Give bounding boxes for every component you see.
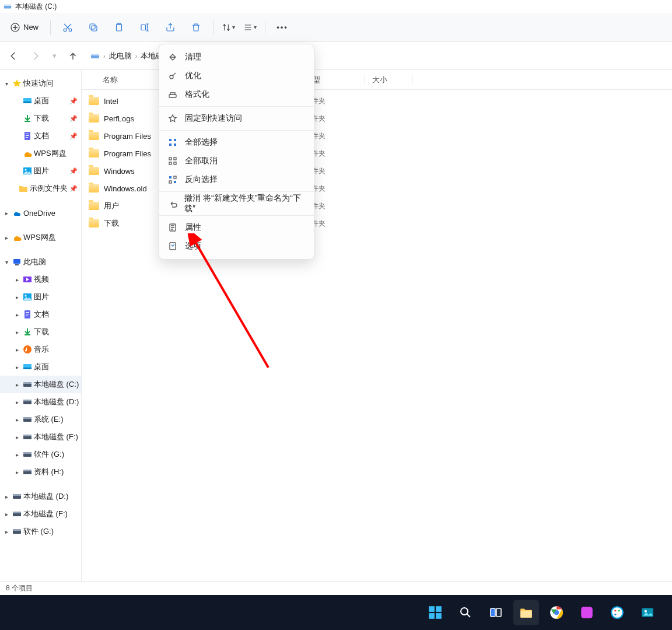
cut-button[interactable]	[57, 16, 79, 38]
taskbar-app[interactable]	[574, 600, 600, 625]
delete-button[interactable]	[185, 16, 207, 38]
sidebar-drive[interactable]: ▸本地磁盘 (D:)	[0, 488, 81, 505]
menu-item-optimize[interactable]: 优化	[159, 66, 314, 85]
sort-button[interactable]: ▾	[219, 16, 237, 38]
pic-icon	[23, 292, 32, 302]
menu-item-options[interactable]: 选项	[159, 237, 314, 256]
sidebar-pc-item[interactable]: ▸视频	[0, 271, 81, 288]
sidebar-pc-item[interactable]: ▸音乐	[0, 341, 81, 358]
sidebar-pc-item[interactable]: ▸本地磁盘 (D:)	[0, 393, 81, 411]
plus-icon	[10, 23, 20, 32]
svg-rect-50	[429, 606, 435, 612]
drive-icon	[23, 380, 32, 389]
sidebar-pc-item[interactable]: ▸文档	[0, 306, 81, 323]
back-button[interactable]	[5, 47, 22, 65]
sidebar-onedrive[interactable]: ▸OneDrive	[0, 204, 81, 222]
menu-item-pin[interactable]: 固定到快速访问	[159, 109, 314, 128]
sidebar-pc-item[interactable]: ▸资料 (H:)	[0, 463, 81, 481]
sidebar-pc-item[interactable]: ▸本地磁盘 (F:)	[0, 428, 81, 446]
drive-icon	[12, 509, 22, 519]
svg-rect-17	[26, 137, 28, 138]
window-title: 本地磁盘 (C:)	[15, 2, 57, 12]
sidebar-quick-item[interactable]: ▸WPS网盘	[0, 145, 81, 162]
address-bar[interactable]: › 此电脑 › 本地磁	[86, 48, 167, 64]
sidebar-quick-access[interactable]: ▾快速访问	[0, 75, 81, 92]
sidebar-this-pc[interactable]: ▾此电脑	[0, 253, 81, 271]
clean-icon	[167, 52, 178, 62]
share-button[interactable]	[159, 16, 181, 38]
sidebar-quick-item[interactable]: ▸图片📌	[0, 162, 81, 180]
svg-rect-72	[174, 144, 176, 146]
taskbar	[0, 595, 672, 630]
svg-rect-16	[26, 135, 29, 136]
svg-rect-33	[23, 382, 32, 384]
menu-item-undo[interactable]: 撤消 将“新建文件夹”重命名为“下载”	[159, 194, 314, 213]
selectall-icon	[167, 137, 178, 148]
taskbar-search[interactable]	[453, 600, 478, 625]
sidebar-pc-item[interactable]: ▸本地磁盘 (C:)	[0, 376, 81, 393]
menu-item-clean[interactable]: 清理	[159, 48, 314, 66]
svg-point-24	[25, 295, 27, 297]
svg-rect-60	[581, 607, 593, 618]
folder-icon	[89, 202, 99, 210]
copy-button[interactable]	[82, 16, 104, 38]
chevron-right-icon: ›	[103, 52, 106, 60]
download-icon	[23, 327, 32, 337]
sidebar-drive[interactable]: ▸软件 (G:)	[0, 523, 81, 540]
sidebar-quick-item[interactable]: ▸下载📌	[0, 110, 81, 127]
taskbar-taskview[interactable]	[483, 600, 509, 625]
svg-rect-79	[169, 181, 172, 183]
svg-rect-43	[23, 470, 32, 471]
svg-rect-39	[23, 435, 32, 436]
pin-icon: 📌	[69, 115, 78, 123]
svg-rect-57	[520, 611, 532, 618]
svg-rect-75	[169, 162, 172, 164]
breadcrumb-root[interactable]: 此电脑	[109, 51, 132, 61]
sidebar-wps[interactable]: ▸WPS网盘	[0, 229, 81, 246]
paste-button[interactable]	[108, 16, 130, 38]
new-label: New	[23, 23, 38, 32]
menu-item-format[interactable]: 格式化	[159, 85, 314, 104]
more-button[interactable]: •••	[271, 16, 293, 38]
recent-dropdown[interactable]: ▾	[49, 47, 60, 65]
new-button[interactable]: New	[5, 16, 44, 38]
folder-icon	[89, 114, 99, 123]
drive-icon	[90, 51, 100, 61]
sidebar-pc-item[interactable]: ▸系统 (E:)	[0, 411, 81, 428]
svg-rect-15	[26, 134, 29, 134]
taskbar-photos[interactable]	[635, 600, 660, 625]
options-icon	[167, 241, 178, 251]
sidebar-quick-item[interactable]: ▸示例文件夹📌	[0, 180, 81, 197]
menu-item-props[interactable]: 属性	[159, 218, 314, 237]
folder-icon	[89, 167, 99, 175]
sidebar-pc-item[interactable]: ▸软件 (G:)	[0, 446, 81, 463]
sidebar-drive[interactable]: ▸本地磁盘 (F:)	[0, 505, 81, 523]
sidebar-pc-item[interactable]: ▸下载	[0, 323, 81, 341]
sidebar-pc-item[interactable]: ▸桌面	[0, 358, 81, 376]
menu-separator	[159, 191, 314, 192]
menu-item-selectall[interactable]: 全部选择	[159, 133, 314, 152]
svg-rect-11	[91, 54, 99, 55]
col-size[interactable]: 大小	[365, 75, 412, 85]
taskbar-paint[interactable]	[604, 600, 630, 625]
svg-rect-21	[15, 264, 19, 265]
undo-icon	[167, 198, 177, 209]
svg-point-61	[611, 607, 623, 618]
taskbar-chrome[interactable]	[544, 600, 569, 625]
svg-point-4	[69, 29, 72, 32]
separator	[265, 20, 265, 35]
selectnone-icon	[167, 156, 178, 166]
sidebar-quick-item[interactable]: ▸文档📌	[0, 127, 81, 145]
sidebar-pc-item[interactable]: ▸图片	[0, 288, 81, 306]
menu-item-selectnone[interactable]: 全部取消	[159, 152, 314, 170]
up-button[interactable]	[64, 47, 82, 65]
view-button[interactable]: ▾	[241, 16, 259, 38]
sidebar: ▾快速访问▸桌面📌▸下载📌▸文档📌▸WPS网盘▸图片📌▸示例文件夹📌▸OneDr…	[0, 70, 82, 581]
taskbar-explorer[interactable]	[513, 600, 539, 625]
separator	[50, 20, 51, 35]
rename-button[interactable]	[134, 16, 156, 38]
forward-button[interactable]	[27, 47, 44, 65]
sidebar-quick-item[interactable]: ▸桌面📌	[0, 92, 81, 110]
taskbar-start[interactable]	[422, 600, 448, 625]
menu-item-invert[interactable]: 反向选择	[159, 170, 314, 189]
